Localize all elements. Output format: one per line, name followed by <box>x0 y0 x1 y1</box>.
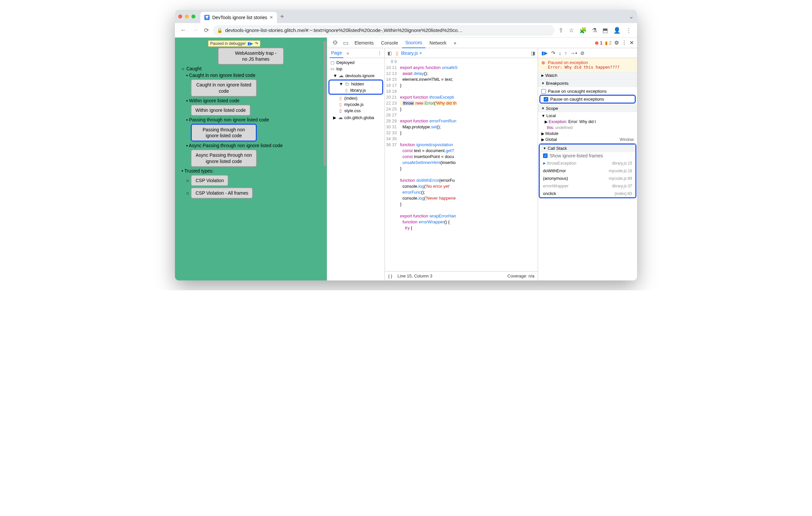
wasm-trap-button[interactable]: WebAssembly trap - no JS frames <box>218 48 284 65</box>
caught-non-ignore-button[interactable]: Caught in non ignore listed code <box>191 79 257 96</box>
bookmark-icon[interactable]: ☆ <box>567 25 576 36</box>
scope-module[interactable]: ▶ Module <box>538 131 637 136</box>
tab-title: DevTools ignore list stories <box>212 15 267 20</box>
tab-network[interactable]: Network <box>426 38 450 48</box>
csp-violation-button[interactable]: CSP Violation <box>191 175 228 186</box>
menu-icon[interactable]: ⋮ <box>624 25 634 36</box>
tree-index-file[interactable]: ▯(index) <box>328 95 383 101</box>
tree-deployed[interactable]: ▢Deployed <box>328 59 383 66</box>
async-passing-button[interactable]: Async Passing through non ignore listed … <box>191 149 257 166</box>
checkbox-checked-icon: ✓ <box>543 153 548 158</box>
scope-exception[interactable]: ▶ Exception: Error: Why did t <box>538 119 637 125</box>
callstack-frame[interactable]: (anonymous)mycode.js:89 <box>540 175 635 182</box>
maximize-window-icon[interactable] <box>192 14 195 19</box>
more-tabs-icon[interactable]: » <box>450 38 460 48</box>
section-scope[interactable]: Scope <box>538 104 637 112</box>
share-icon[interactable]: ⇧ <box>556 25 566 36</box>
editor-tab-library[interactable]: ▯ library.js × <box>395 51 422 56</box>
section-callstack[interactable]: Call Stack <box>540 145 635 152</box>
install-icon[interactable]: ⬒ <box>601 25 610 36</box>
scope-global[interactable]: ▶ GlobalWindow <box>538 136 637 143</box>
close-editor-tab-icon[interactable]: × <box>419 51 422 56</box>
passing-through-button[interactable]: Passing through non ignore listed code <box>191 124 257 142</box>
lock-icon: 🔒 <box>217 28 223 33</box>
devtools-panel: ⯐ ▭ Elements Console Sources Network » ⊗… <box>327 38 637 280</box>
checkbox-checked-icon: ✓ <box>544 97 548 102</box>
debugger-pane: ▮▶ ↷ ↓ ↑ →• ⊘ ⊗ Paused on exception Erro… <box>538 48 637 280</box>
callstack-frame[interactable]: doWithErrormycode.js:18 <box>540 167 635 175</box>
tab-elements[interactable]: Elements <box>351 38 377 48</box>
scope-this: this: undefined <box>538 125 637 131</box>
inspect-icon[interactable]: ⯐ <box>330 38 340 48</box>
editor-code[interactable]: export async function unsafeS await dela… <box>399 58 538 271</box>
sources-editor: ◧ ▯ library.js × ◨ 8 9 10 11 12 13 14 15… <box>385 48 538 280</box>
close-tab-icon[interactable]: × <box>270 14 273 21</box>
step-over-button[interactable]: ↷ <box>551 50 555 56</box>
paused-label: Paused in debugger <box>210 41 245 46</box>
cursor-position: Line 15, Column 3 <box>398 274 432 278</box>
step-over-icon[interactable]: ↷ <box>255 41 258 46</box>
toggle-left-icon[interactable]: ◧ <box>387 51 392 56</box>
close-window-icon[interactable] <box>178 14 182 19</box>
new-tab-button[interactable]: + <box>280 13 284 21</box>
toggle-right-icon[interactable]: ◨ <box>531 51 535 56</box>
navigator-more-icon[interactable]: » <box>347 51 349 56</box>
csp-violation-all-button[interactable]: CSP Violation - All frames <box>191 187 253 199</box>
minimize-window-icon[interactable] <box>185 14 189 19</box>
section-watch[interactable]: Watch <box>538 71 637 79</box>
more-menu-icon[interactable]: ⋮ <box>621 39 627 46</box>
show-ignored-frames-checkbox[interactable]: ✓ Show ignore-listed frames <box>540 152 635 159</box>
tree-library-file[interactable]: ▯library.js <box>330 87 382 93</box>
tab-sources[interactable]: Sources <box>402 38 426 48</box>
close-devtools-icon[interactable]: ✕ <box>630 39 634 46</box>
issue-badge[interactable]: ▮ 2 <box>605 40 612 45</box>
paused-reason: Paused on exception <box>548 60 619 65</box>
paused-banner: ⊗ Paused on exception Error: Why did thi… <box>538 58 637 71</box>
settings-icon[interactable]: ⚙ <box>614 39 619 46</box>
within-ignore-label: Within ignore listed code <box>189 98 240 103</box>
tree-mycode-file[interactable]: ▯mycode.js <box>328 101 383 108</box>
tabs-dropdown-icon[interactable]: ⌄ <box>629 13 634 20</box>
back-button[interactable]: ← <box>178 25 188 36</box>
tree-origin[interactable]: ▼☁devtools-ignore <box>328 72 383 79</box>
navigator-page-tab[interactable]: Page <box>330 48 343 58</box>
reload-button[interactable]: ⟳ <box>202 25 211 36</box>
section-breakpoints[interactable]: Breakpoints <box>538 80 637 87</box>
editor-status-bar: { } Line 15, Column 3 Coverage: n/a <box>385 271 538 280</box>
editor-gutter: 8 9 10 11 12 13 14 15 16 17 18 19 20 21 … <box>385 58 399 271</box>
tree-cdn[interactable]: ▶☁cdn.glitch.globa <box>328 114 383 121</box>
step-button[interactable]: →• <box>570 50 577 56</box>
pretty-print-icon[interactable]: { } <box>388 274 392 278</box>
pause-uncaught-checkbox[interactable]: Pause on uncaught exceptions <box>538 88 637 95</box>
tree-style-file[interactable]: ▯style.css <box>328 108 383 114</box>
tree-top[interactable]: ▭top <box>328 66 383 72</box>
passing-through-label: Passing through non ignore listed code <box>189 117 269 122</box>
step-into-button[interactable]: ↓ <box>559 50 561 56</box>
trusted-types-heading: Trusted types: <box>184 168 213 174</box>
checkbox-unchecked-icon <box>541 89 546 94</box>
profile-icon[interactable]: 👤 <box>611 25 622 36</box>
url-bar[interactable]: 🔒 devtools-ignore-list-stories.glitch.me… <box>213 25 554 36</box>
browser-tab[interactable]: DevTools ignore list stories × <box>200 12 277 23</box>
page-scrollbar[interactable] <box>323 41 326 166</box>
callstack-frame[interactable]: onclick(index):83 <box>540 190 635 197</box>
extensions-icon[interactable]: 🧩 <box>577 25 588 36</box>
navigator-kebab-icon[interactable]: ⋮ <box>377 51 382 56</box>
pause-caught-checkbox[interactable]: ✓ Pause on caught exceptions <box>540 96 635 102</box>
deactivate-breakpoints-button[interactable]: ⊘ <box>580 50 585 56</box>
tree-hidden-folder[interactable]: ▼🗀hidden <box>330 81 382 87</box>
scope-local[interactable]: ▼ Local <box>538 113 637 119</box>
callstack-frame[interactable]: throwExceptionlibrary.js:15 <box>540 159 635 167</box>
error-badge[interactable]: ⊗ 1 <box>595 40 603 45</box>
tab-console[interactable]: Console <box>378 38 401 48</box>
exception-icon: ⊗ <box>541 60 545 65</box>
device-toggle-icon[interactable]: ▭ <box>341 38 351 49</box>
resume-button[interactable]: ▮▶ <box>541 50 548 56</box>
forward-button: → <box>190 25 200 36</box>
callstack-frame[interactable]: errorWrapperlibrary.js:37 <box>540 182 635 190</box>
step-out-button[interactable]: ↑ <box>565 50 568 56</box>
sources-navigator: Page » ⋮ ▢Deployed ▭top ▼☁devtools-ignor… <box>327 48 385 280</box>
within-ignore-button[interactable]: Within ignore listed code <box>191 104 251 116</box>
labs-icon[interactable]: ⚗ <box>590 25 599 36</box>
resume-icon[interactable]: ▮▶ <box>248 41 253 46</box>
